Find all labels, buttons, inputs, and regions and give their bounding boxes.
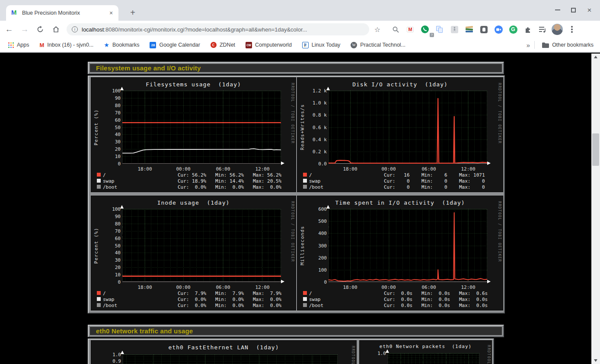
scrollbar-down-arrow[interactable] — [591, 357, 600, 364]
graph-panel-time-spent-io[interactable]: Time spent in I/O activity (1day)Millise… — [297, 196, 503, 310]
puzzle-icon — [524, 26, 532, 33]
y-tick-label: 0.0 — [302, 161, 327, 167]
bookmark-google-calendar[interactable]: 28 Google Calendar — [147, 40, 202, 50]
browser-tab[interactable]: M M Blue Precision Monitorix × — [6, 5, 118, 21]
y-tick-label: 0 — [302, 279, 327, 285]
bookmarks-overflow-chevron[interactable]: » — [527, 41, 530, 49]
y-tick-label: 40 — [96, 250, 121, 256]
legend-value: Cur: 56.2% — [178, 172, 206, 178]
minimize-icon — [555, 9, 560, 10]
reload-button[interactable] — [34, 23, 47, 36]
legend-value: Max: 0.0s — [459, 303, 488, 308]
home-icon — [52, 26, 60, 33]
linux-today-icon: |lt — [302, 42, 309, 48]
window-maximize-button[interactable] — [565, 3, 581, 16]
bookmark-practical-technology[interactable]: W Practical Technol... — [348, 40, 408, 50]
copy-extension-button[interactable] — [432, 23, 447, 36]
window-close-button[interactable]: × — [581, 3, 597, 16]
voice-badge: ? — [430, 33, 434, 37]
bookmark-zdnet[interactable]: ZDNet — [208, 40, 237, 50]
playlist-icon — [539, 26, 546, 33]
y-tick-label: 40 — [96, 132, 121, 137]
graph-title: eth0 FastEthernet LAN (1day) — [91, 344, 356, 351]
y-tick-label: 10 — [96, 272, 121, 278]
bookmark-linux-today[interactable]: |lt Linux Today — [300, 40, 343, 50]
page-info-icon[interactable]: i — [72, 26, 78, 32]
bookmark-star-icon[interactable]: ☆ — [372, 24, 383, 35]
legend-value: Min: 0 — [421, 184, 447, 190]
y-tick-label: 80 — [96, 221, 121, 227]
axis-right-arrow-icon — [487, 161, 491, 165]
graph-panel-eth0-packets[interactable]: eth0 Network packets (1day)s/sRRDTOOL / … — [360, 341, 491, 364]
y-tick-label: 30 — [96, 257, 121, 263]
plot-area — [388, 353, 479, 364]
search-extension-button[interactable] — [388, 23, 403, 36]
plot-area — [123, 355, 338, 364]
profile-button[interactable] — [550, 23, 565, 36]
accessibility-extension-button[interactable] — [447, 23, 462, 36]
copy-pages-icon — [436, 26, 443, 33]
address-bar[interactable]: i localhost:8080/monitorix-cgi/monitorix… — [67, 23, 369, 35]
extensions-menu-button[interactable] — [520, 23, 535, 36]
graph-panel-eth0-lan[interactable]: eth0 FastEthernet LAN (1day)RRDTOOL / TO… — [91, 341, 356, 364]
legend-value: Max: 7.9% — [253, 291, 281, 296]
bookmark-bookmarks[interactable]: ★ Bookmarks — [102, 40, 141, 50]
gmail-icon: M — [407, 27, 414, 32]
legend-swatch — [303, 179, 307, 183]
voice-extension-button[interactable]: ? — [418, 23, 432, 36]
bookmark-apps[interactable]: Apps — [6, 40, 32, 50]
legend-value: Min: 56.2% — [215, 172, 244, 178]
zoom-extension-button[interactable] — [491, 23, 506, 36]
bookmark-computerworld[interactable]: CW Computerworld — [243, 40, 294, 50]
grammarly-g-icon: G — [509, 25, 517, 34]
browser-menu-button[interactable] — [565, 23, 579, 36]
grammarly-extension-button[interactable]: G — [506, 23, 520, 36]
rrdtool-watermark: RRDTOOL / TOBI OETIKER — [351, 346, 355, 364]
media-queue-button[interactable] — [535, 23, 550, 36]
bookmark-inbox[interactable]: M Inbox (16) - sjvn0... — [38, 40, 96, 50]
back-button[interactable]: ← — [3, 23, 16, 36]
filesystem-graphs-frame: Filesystems usage (1day)Percent (%)RRDTO… — [88, 76, 505, 313]
y-tick-label: 0.2 k — [302, 149, 327, 155]
x-tick-label: 06:00 — [418, 285, 439, 290]
x-tick-label: 06:00 — [418, 166, 439, 172]
legend-value: Max: 0.6s — [459, 291, 488, 296]
dark-extension-button[interactable] — [476, 23, 491, 36]
rrdtool-watermark: RRDTOOL / TOBI OETIKER — [290, 201, 294, 262]
graph-title: eth0 Network packets (1day) — [360, 344, 491, 349]
scrollbar-up-arrow[interactable] — [591, 54, 600, 60]
rrdtool-watermark: RRDTOOL / TOBI OETIKER — [498, 83, 501, 144]
x-tick-label: 12:00 — [458, 166, 479, 172]
axis-right-arrow-icon — [281, 280, 284, 283]
home-button[interactable] — [49, 23, 62, 36]
other-bookmarks-button[interactable]: Other bookmarks — [540, 40, 596, 50]
gmail-extension-button[interactable]: M — [403, 23, 418, 36]
y-tick-label: 0 — [96, 161, 121, 167]
legend-series-name: / — [103, 172, 106, 178]
vertical-scrollbar[interactable] — [591, 54, 600, 364]
graph-panel-filesystems-usage[interactable]: Filesystems usage (1day)Percent (%)RRDTO… — [91, 78, 296, 192]
close-icon: × — [587, 6, 592, 14]
legend-value: Cur: 0 — [384, 184, 410, 190]
window-minimize-button[interactable] — [549, 3, 565, 16]
legend-value: Max: 0 — [459, 184, 485, 190]
url-text: localhost:8080/monitorix-cgi/monitorix.c… — [82, 26, 307, 33]
legend-value: Max: 20.5% — [253, 178, 281, 184]
graph-panel-disk-io-activity[interactable]: Disk I/O activity (1day)Reads+Writes/sRR… — [297, 78, 503, 192]
graph-panel-inode-usage[interactable]: Inode usage (1day)Percent (%)RRDTOOL / T… — [91, 196, 296, 310]
x-tick-label: 12:00 — [458, 285, 479, 290]
scrollbar-thumb[interactable] — [592, 133, 599, 166]
axis-up-arrow-icon — [386, 349, 389, 353]
new-tab-button[interactable]: + — [127, 7, 138, 19]
legend-value: Cur: 0.0% — [178, 303, 206, 308]
legend-value: Min: 6 — [421, 172, 447, 178]
y-tick-label: 0.9 — [96, 358, 121, 364]
x-tick-label: 00:00 — [173, 285, 194, 290]
books-extension-button[interactable] — [462, 23, 476, 36]
series-line-swap — [122, 149, 281, 153]
rrdtool-watermark: RRDTOOL / TOBI OETIKER — [290, 83, 294, 144]
legend-value: Min: 0.0% — [215, 184, 244, 190]
tab-close-icon[interactable]: × — [107, 9, 115, 17]
legend-value: Max: 56.2% — [253, 172, 281, 178]
video-camera-icon — [495, 25, 503, 34]
